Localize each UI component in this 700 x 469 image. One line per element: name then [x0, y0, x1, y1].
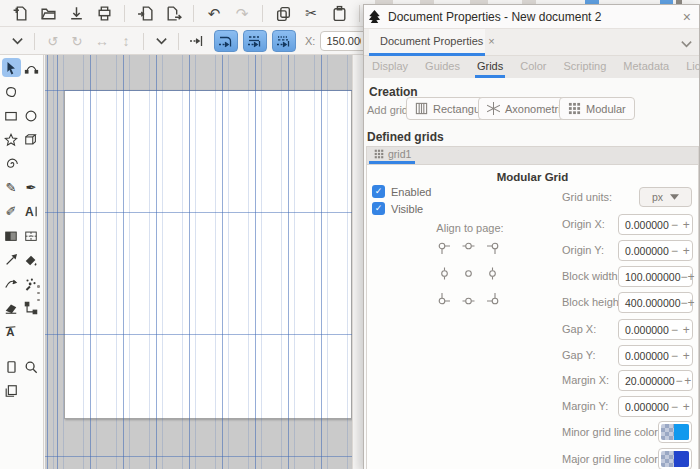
pencil-tool-button[interactable]: ✎: [2, 178, 21, 197]
print-button[interactable]: [90, 2, 118, 25]
align-top-center-button[interactable]: [456, 236, 480, 261]
flip-vertical-button[interactable]: ↕: [115, 30, 137, 53]
margin-x-spinbox[interactable]: 20.000000 − +: [618, 370, 693, 391]
margin-y-value[interactable]: 0.000000: [619, 401, 669, 413]
block-height-decrement-button[interactable]: −: [680, 296, 687, 310]
canvas[interactable]: [45, 55, 352, 469]
collapse-toolbar-button[interactable]: [6, 30, 28, 53]
tab-license[interactable]: License: [684, 56, 700, 78]
minor-grid-color-button[interactable]: [658, 421, 692, 443]
dropper-tool-button[interactable]: [2, 250, 21, 269]
tab-color[interactable]: Color: [518, 56, 548, 78]
block-height-value[interactable]: 400.000000: [619, 297, 680, 309]
align-center-button[interactable]: [456, 261, 480, 286]
spiral-tool-button[interactable]: [2, 154, 21, 173]
canvas-scrollbar[interactable]: [352, 55, 363, 469]
toolbox-grip-handle[interactable]: [36, 285, 41, 301]
ellipse-tool-button[interactable]: [22, 106, 41, 125]
margin-y-decrement-button[interactable]: −: [669, 400, 681, 414]
tab-guides[interactable]: Guides: [423, 56, 462, 78]
snap-alignment-button[interactable]: [272, 30, 296, 52]
snap-global-button[interactable]: [185, 30, 209, 52]
origin-x-increment-button[interactable]: +: [680, 218, 692, 232]
align-top-left-button[interactable]: [432, 236, 456, 261]
origin-y-increment-button[interactable]: +: [680, 244, 692, 258]
margin-x-value[interactable]: 20.000000: [619, 375, 675, 387]
gap-x-decrement-button[interactable]: −: [669, 323, 681, 337]
margin-x-decrement-button[interactable]: −: [675, 374, 684, 388]
major-grid-color-button[interactable]: [658, 448, 692, 469]
gap-y-spinbox[interactable]: 0.000000 − +: [618, 345, 693, 366]
margin-y-spinbox[interactable]: 0.000000 − +: [618, 396, 693, 417]
dock-tab-menu-button[interactable]: [680, 36, 693, 54]
grid1-tab[interactable]: grid1: [369, 147, 415, 164]
rotate-cw-button[interactable]: ↻: [65, 30, 89, 53]
gap-y-value[interactable]: 0.000000: [619, 350, 669, 362]
tab-grids[interactable]: Grids: [475, 56, 505, 78]
rectangle-tool-button[interactable]: [2, 106, 21, 125]
tweak-tool-button[interactable]: [2, 274, 21, 293]
pen-tool-button[interactable]: ✐: [2, 202, 21, 221]
eraser-tool-button[interactable]: [2, 298, 21, 317]
paste-button[interactable]: [325, 2, 353, 25]
align-top-right-button[interactable]: [480, 236, 504, 261]
gap-y-decrement-button[interactable]: −: [669, 349, 681, 363]
grid-units-dropdown[interactable]: px: [639, 187, 692, 207]
calligraphy-tool-button[interactable]: ✒: [22, 178, 41, 197]
open-document-button[interactable]: [34, 2, 62, 25]
save-document-button[interactable]: [62, 2, 90, 25]
redo-button[interactable]: ↷: [228, 2, 256, 25]
align-bottom-center-button[interactable]: [456, 286, 480, 311]
import-button[interactable]: [131, 2, 159, 25]
undo-button[interactable]: ↶: [200, 2, 228, 25]
origin-x-decrement-button[interactable]: −: [669, 218, 681, 232]
flip-horizontal-button[interactable]: ↔: [89, 30, 115, 53]
star-tool-button[interactable]: [2, 130, 21, 149]
block-width-value[interactable]: 100.000000: [619, 271, 680, 283]
dialog-close-button[interactable]: ×: [683, 10, 691, 24]
pages-tool-button[interactable]: [2, 381, 21, 400]
margin-y-increment-button[interactable]: +: [680, 400, 692, 414]
page-tool-button[interactable]: [2, 357, 21, 376]
origin-x-value[interactable]: 0.000000: [619, 219, 669, 231]
export-button[interactable]: [159, 2, 187, 25]
align-middle-right-button[interactable]: [480, 261, 504, 286]
margin-x-increment-button[interactable]: +: [683, 374, 692, 388]
block-width-increment-button[interactable]: +: [688, 270, 695, 284]
rotate-ccw-button[interactable]: ↺: [41, 30, 65, 53]
tab-display[interactable]: Display: [370, 56, 410, 78]
visible-checkbox[interactable]: ✓: [372, 202, 385, 215]
gap-x-increment-button[interactable]: +: [680, 323, 692, 337]
align-middle-left-button[interactable]: [432, 261, 456, 286]
origin-y-spinbox[interactable]: 0.000000 − +: [618, 240, 693, 261]
text-tool-button[interactable]: A: [22, 202, 41, 221]
node-editor-tool-button[interactable]: [22, 58, 41, 77]
dock-tab-close-icon[interactable]: ×: [488, 35, 494, 47]
dialog-titlebar[interactable]: Document Properties - New document 2 ×: [364, 5, 699, 29]
gap-x-value[interactable]: 0.000000: [619, 324, 669, 336]
tab-scripting[interactable]: Scripting: [562, 56, 609, 78]
copy-button[interactable]: [269, 2, 297, 25]
zoom-tool-button[interactable]: [22, 357, 41, 376]
block-height-increment-button[interactable]: +: [688, 296, 695, 310]
document-properties-dock-tab[interactable]: Document Properties ×: [369, 29, 485, 56]
x-coordinate-input[interactable]: [320, 31, 367, 51]
document-new-button[interactable]: [6, 2, 34, 25]
block-width-decrement-button[interactable]: −: [680, 270, 687, 284]
snap-options-button[interactable]: [150, 30, 172, 53]
shape-builder-tool-button[interactable]: [2, 82, 21, 101]
gap-y-increment-button[interactable]: +: [680, 349, 692, 363]
gradient-tool-button[interactable]: [2, 226, 21, 245]
snap-bbox-button[interactable]: [214, 30, 238, 52]
paint-bucket-tool-button[interactable]: [22, 250, 41, 269]
align-bottom-right-button[interactable]: [480, 286, 504, 311]
cut-button[interactable]: ✂: [297, 2, 325, 25]
block-width-spinbox[interactable]: 100.000000 − +: [618, 266, 693, 287]
align-bottom-left-button[interactable]: [432, 286, 456, 311]
gap-x-spinbox[interactable]: 0.000000 − +: [618, 319, 693, 340]
block-height-spinbox[interactable]: 400.000000 − +: [618, 292, 693, 313]
snap-nodes-button[interactable]: [243, 30, 267, 52]
origin-y-value[interactable]: 0.000000: [619, 245, 669, 257]
origin-x-spinbox[interactable]: 0.000000 − +: [618, 214, 693, 235]
mesh-gradient-tool-button[interactable]: [22, 226, 41, 245]
